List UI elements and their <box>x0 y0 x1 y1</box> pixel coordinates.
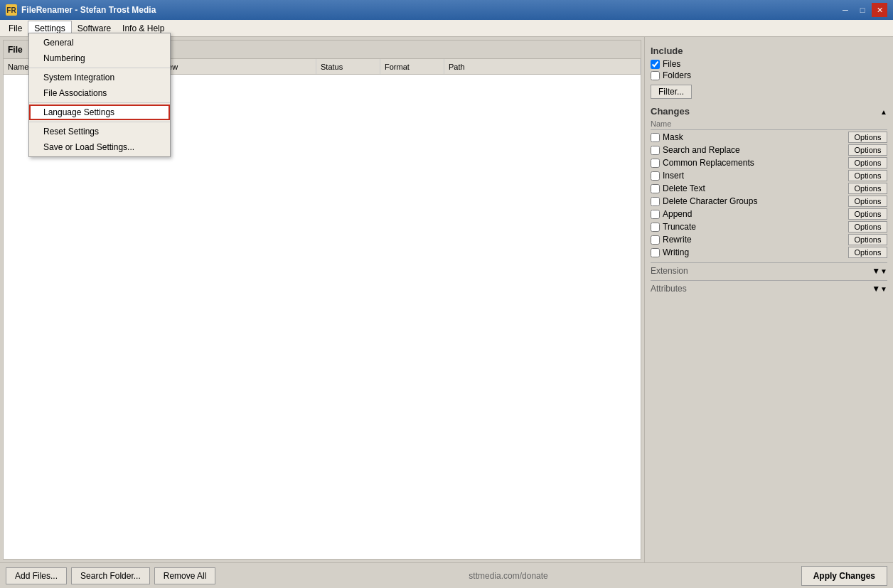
append-options-button[interactable]: Options <box>848 208 887 220</box>
files-label: Files <box>663 59 680 69</box>
dropdown-separator-1 <box>29 68 170 68</box>
title-bar: FR FileRenamer - Stefan Trost Media ─ □ … <box>0 0 893 20</box>
mask-checkbox[interactable] <box>651 133 660 142</box>
remove-all-button[interactable]: Remove All <box>154 567 216 584</box>
maximize-button[interactable]: □ <box>855 3 870 17</box>
change-row-search-replace: Search and Replace Options <box>651 144 887 156</box>
rewrite-checkbox[interactable] <box>651 235 660 245</box>
dropdown-general[interactable]: General <box>29 35 170 50</box>
append-checkbox[interactable] <box>651 210 660 219</box>
truncate-label: Truncate <box>663 222 696 232</box>
attributes-title: Attributes <box>651 284 687 294</box>
dropdown-reset-settings[interactable]: Reset Settings <box>29 124 170 139</box>
changes-section: Changes Name Mask Options <box>651 106 887 258</box>
bottom-left: Add Files... Search Folder... Remove All <box>6 567 215 584</box>
files-checkbox-row: Files <box>651 59 887 69</box>
mask-options-button[interactable]: Options <box>848 132 887 143</box>
file-top-label: File <box>8 45 23 55</box>
append-label: Append <box>663 209 692 219</box>
search-folder-button[interactable]: Search Folder... <box>71 567 150 584</box>
right-panel: Include Files Folders Filter... Changes <box>644 37 893 562</box>
writing-label: Writing <box>663 247 689 257</box>
change-row-append: Append Options <box>651 208 887 220</box>
col-header-format: Format <box>380 59 444 74</box>
change-row-insert: Insert Options <box>651 170 887 181</box>
delete-text-checkbox[interactable] <box>651 184 660 193</box>
window-controls: ─ □ ✕ <box>838 3 887 17</box>
delete-char-groups-options-button[interactable]: Options <box>848 196 887 207</box>
dropdown-save-load-settings[interactable]: Save or Load Settings... <box>29 139 170 155</box>
dropdown-separator-2 <box>29 102 170 103</box>
search-replace-options-button[interactable]: Options <box>848 144 887 156</box>
folders-label: Folders <box>663 70 691 80</box>
writing-checkbox[interactable] <box>651 248 660 257</box>
search-replace-checkbox[interactable] <box>651 146 660 155</box>
truncate-options-button[interactable]: Options <box>848 221 887 232</box>
changes-up-arrow <box>880 107 887 117</box>
folders-checkbox-row: Folders <box>651 70 887 80</box>
mask-label: Mask <box>663 132 683 142</box>
title-bar-left: FR FileRenamer - Stefan Trost Media <box>6 4 156 16</box>
extension-down-arrow: ▼ <box>872 266 887 276</box>
insert-label: Insert <box>663 171 684 181</box>
changes-header: Changes <box>651 106 887 117</box>
filter-button[interactable]: Filter... <box>651 85 692 99</box>
change-row-rewrite: Rewrite Options <box>651 234 887 245</box>
window-title: FileRenamer - Stefan Trost Media <box>21 5 156 15</box>
files-checkbox[interactable] <box>651 60 660 69</box>
minimize-button[interactable]: ─ <box>838 3 853 17</box>
change-row-mask: Mask Options <box>651 132 887 143</box>
attributes-down-arrow: ▼ <box>872 284 887 294</box>
extension-section[interactable]: Extension ▼ <box>651 262 887 276</box>
menu-file[interactable]: File <box>3 21 28 36</box>
common-replacements-checkbox[interactable] <box>651 159 660 168</box>
donate-text: sttmedia.com/donate <box>469 571 547 581</box>
app-icon: FR <box>6 4 17 16</box>
dropdown-numbering[interactable]: Numbering <box>29 50 170 66</box>
dropdown-file-associations[interactable]: File Associations <box>29 85 170 101</box>
dropdown-language-settings[interactable]: Language Settings <box>29 105 170 120</box>
delete-char-groups-checkbox[interactable] <box>651 197 660 206</box>
folders-checkbox[interactable] <box>651 71 660 80</box>
writing-options-button[interactable]: Options <box>848 247 887 258</box>
delete-text-label: Delete Text <box>663 183 705 193</box>
changes-col-header: Name <box>651 118 887 130</box>
changes-title: Changes <box>651 106 690 117</box>
include-section: Include Files Folders Filter... <box>651 46 887 99</box>
bottom-bar: Add Files... Search Folder... Remove All… <box>0 562 893 588</box>
changes-col-name: Name <box>651 119 671 128</box>
search-replace-label: Search and Replace <box>663 145 740 155</box>
insert-options-button[interactable]: Options <box>848 170 887 181</box>
change-row-writing: Writing Options <box>651 247 887 258</box>
attributes-section[interactable]: Attributes ▼ <box>651 280 887 294</box>
delete-char-groups-label: Delete Character Groups <box>663 196 757 206</box>
col-header-preview: Preview <box>146 59 316 74</box>
settings-dropdown: General Numbering System Integration Fil… <box>28 33 171 157</box>
delete-text-options-button[interactable]: Options <box>848 183 887 194</box>
col-header-path: Path <box>444 59 641 74</box>
change-row-delete-char-groups: Delete Character Groups Options <box>651 196 887 207</box>
truncate-checkbox[interactable] <box>651 223 660 232</box>
include-title: Include <box>651 46 887 56</box>
apply-changes-button[interactable]: Apply Changes <box>801 566 887 586</box>
change-row-truncate: Truncate Options <box>651 221 887 232</box>
dropdown-system-integration[interactable]: System Integration <box>29 70 170 85</box>
add-files-button[interactable]: Add Files... <box>6 567 67 584</box>
close-button[interactable]: ✕ <box>872 3 887 17</box>
insert-checkbox[interactable] <box>651 171 660 181</box>
common-replacements-options-button[interactable]: Options <box>848 157 887 169</box>
col-header-status: Status <box>316 59 380 74</box>
rewrite-options-button[interactable]: Options <box>848 234 887 245</box>
common-replacements-label: Common Replacements <box>663 158 754 168</box>
change-row-common-replacements: Common Replacements Options <box>651 157 887 169</box>
extension-title: Extension <box>651 266 688 276</box>
rewrite-label: Rewrite <box>663 235 692 245</box>
change-row-delete-text: Delete Text Options <box>651 183 887 194</box>
dropdown-separator-3 <box>29 122 170 122</box>
